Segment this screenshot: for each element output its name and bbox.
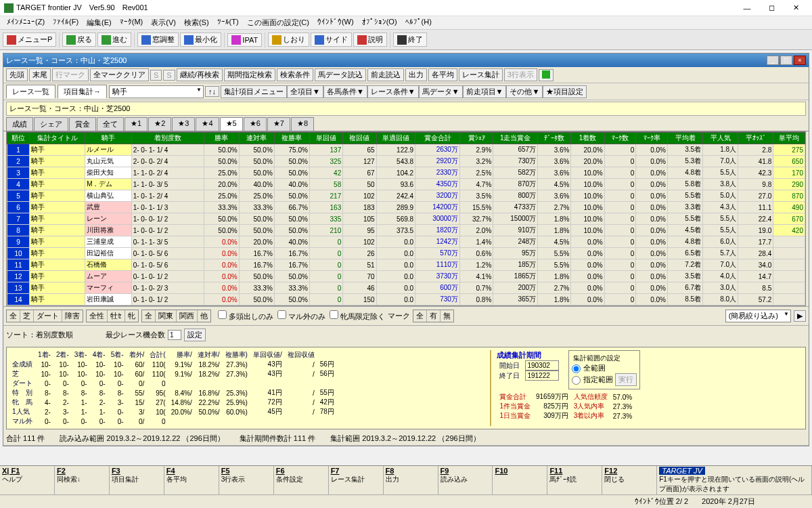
table-row[interactable]: 13騎手マーフィ0- 1- 0- 2/ 30.0%33.3%33.3%0460.… [7, 282, 805, 294]
col-header[interactable]: 1着数 [571, 133, 604, 144]
table-row[interactable]: 7騎手レーン1- 0- 0- 1/ 250.0%50.0%50.0%335105… [7, 213, 805, 225]
chk-マル外のみ[interactable]: マル外のみ [277, 312, 325, 320]
col-header[interactable]: 騎手 [85, 133, 132, 144]
table-row[interactable]: 4騎手M．デム1- 1- 0- 3/ 520.0%40.0%40.0%58509… [7, 179, 805, 190]
fkey-6[interactable]: F7レース集計 [329, 466, 384, 494]
scope-range[interactable]: 指定範囲 [572, 375, 612, 383]
btn-6[interactable]: 継続/再検索 [177, 68, 223, 81]
region-filter[interactable]: 全関東関西他 [141, 310, 211, 322]
btn-馬データ▼[interactable]: 馬データ▼ [419, 85, 463, 98]
btn-2[interactable]: 行マーク [52, 68, 89, 81]
btn-集計項目メニュー[interactable]: 集計項目メニュー [221, 85, 287, 98]
toolbar-メニューP[interactable]: メニューP [3, 33, 56, 47]
btn-10[interactable]: 前走読込 [367, 68, 404, 81]
col-header[interactable]: 単回値 [309, 133, 342, 144]
btn-レース条件▼[interactable]: レース条件▼ [367, 85, 419, 98]
btn-13[interactable]: レース集計 [459, 68, 503, 81]
btn-11[interactable]: 出力 [405, 68, 427, 81]
col-header[interactable]: 順位 [7, 133, 30, 144]
maximize-button[interactable]: ◻ [759, 1, 784, 16]
toolbar-IPAT[interactable]: IPAT [227, 33, 262, 47]
tab-★6[interactable]: ★6 [244, 117, 267, 131]
tab-★5[interactable]: ★5 [220, 117, 243, 131]
tab-成績[interactable]: 成績 [6, 117, 33, 131]
col-header[interactable]: 勝率 [204, 133, 239, 144]
close-button[interactable]: ✕ [784, 1, 808, 16]
btn-★項目設定[interactable]: ★項目設定 [543, 85, 587, 98]
col-header[interactable]: 単平均 [773, 133, 805, 144]
table-row[interactable]: 12騎手ムーア0- 1- 0- 1/ 20.0%50.0%50.0%0700.0… [7, 271, 805, 282]
btn-14[interactable]: 3行表示 [504, 68, 537, 81]
btn-前走項目▼[interactable]: 前走項目▼ [463, 85, 507, 98]
col-header[interactable]: 平均着 [667, 133, 702, 144]
set-button[interactable]: 設定 [184, 329, 206, 341]
tab-item-agg[interactable]: 項目集計→ [58, 85, 107, 98]
table-row[interactable]: 1騎手ルメール2- 0- 1- 1/ 450.0%50.0%75.0%13765… [7, 144, 805, 156]
tab-賞金[interactable]: 賞金 [69, 117, 96, 131]
fkey-8[interactable]: F9読み込み [438, 466, 493, 494]
fkey-0[interactable]: X| F1ヘルプ [0, 466, 55, 494]
toolbar-戻る[interactable]: 戻る [62, 33, 96, 47]
col-header[interactable]: 複勝率 [274, 133, 309, 144]
btn-7[interactable]: 期間指定検索 [224, 68, 275, 81]
btn-3[interactable]: 全マーククリア [90, 68, 149, 81]
menu-item[interactable]: 編集(E) [83, 16, 116, 29]
col-header[interactable]: 平人気 [703, 133, 738, 144]
table-row[interactable]: 10騎手田辺裕信0- 1- 0- 5/ 60.0%16.7%16.7%0260.… [7, 248, 805, 259]
btn-8[interactable]: 検索条件 [277, 68, 313, 81]
col-header[interactable]: 単適回値 [376, 133, 415, 144]
tab-race-list[interactable]: レース一覧 [6, 85, 55, 98]
minimize-button[interactable]: — [735, 1, 759, 16]
quick-filter[interactable]: (簡易絞り込み) [725, 310, 791, 322]
fkey-9[interactable]: F10 [493, 466, 547, 494]
fkey-2[interactable]: F3項目集計 [110, 466, 164, 494]
mark-filter[interactable]: 全有無 [413, 310, 454, 322]
table-row[interactable]: 14騎手岩田康誠0- 1- 0- 1/ 20.0%50.0%50.0%01500… [7, 294, 805, 305]
toolbar-しおり[interactable]: しおり [268, 33, 309, 47]
menu-item[interactable]: ﾏｰｸ(M) [116, 16, 148, 29]
fkey-11[interactable]: F12閉じる [602, 466, 657, 494]
fkey-5[interactable]: F6条件設定 [274, 466, 329, 494]
child-maximize[interactable]: □ [780, 56, 792, 65]
fkey-12[interactable]: TARGET JVF1キーを押すと現在開いている画面の説明(ヘルプ画面)が表示さ… [657, 466, 812, 494]
tab-全て[interactable]: 全て [97, 117, 124, 131]
menu-item[interactable]: ﾍﾙﾌﾟ(H) [401, 16, 436, 29]
tab-シェア[interactable]: シェア [34, 117, 68, 131]
btn-4[interactable]: S [150, 70, 162, 81]
table-row[interactable]: 2騎手丸山元気2- 0- 0- 2/ 450.0%50.0%50.0%32512… [7, 156, 805, 167]
toolbar-窓調整[interactable]: 窓調整 [137, 33, 179, 47]
toolbar-終了[interactable]: 終了 [393, 33, 427, 47]
col-header[interactable]: 1走当賞金 [493, 133, 538, 144]
min-input[interactable] [168, 330, 181, 340]
sort-toggle[interactable]: ↑↓ [205, 86, 219, 97]
tab-★4[interactable]: ★4 [196, 117, 219, 131]
col-header[interactable]: ﾏｰｸ率 [636, 133, 668, 144]
tab-★3[interactable]: ★3 [172, 117, 195, 131]
col-header[interactable]: 賞ｼｪｱ [459, 133, 493, 144]
menu-item[interactable]: この画面の設定(C) [243, 16, 313, 29]
table-row[interactable]: 8騎手川田将雅1- 0- 0- 1/ 250.0%50.0%50.0%21095… [7, 225, 805, 236]
menu-item[interactable]: ｵﾌﾟｼｮﾝ(O) [358, 16, 401, 29]
col-header[interactable]: 賞金合計 [415, 133, 460, 144]
table-row[interactable]: 3騎手柴田大知1- 1- 0- 2/ 425.0%50.0%50.0%42671… [7, 167, 805, 179]
quick-go[interactable]: ▶ [794, 310, 806, 322]
btn-その他▼[interactable]: その他▼ [506, 85, 543, 98]
menu-item[interactable]: ﾒｲﾝﾒﾆｭｰ(Z) [3, 16, 49, 29]
col-header[interactable]: 集計タイトル [29, 133, 85, 144]
chk-牝馬限定除く[interactable]: 牝馬限定除く [330, 312, 385, 320]
col-header[interactable]: 着別度数 [131, 133, 204, 144]
fkey-4[interactable]: F53行表示 [219, 466, 274, 494]
start-date[interactable] [525, 360, 559, 371]
btn-5[interactable]: S [163, 70, 175, 81]
tab-★8[interactable]: ★8 [291, 117, 314, 131]
fkey-10[interactable]: F11馬ﾃﾞｰﾀ読 [547, 466, 602, 494]
toolbar-最小化[interactable]: 最小化 [180, 33, 221, 47]
toolbar-進む[interactable]: 進む [97, 33, 131, 47]
table-row[interactable]: 11騎手石橋脩0- 1- 0- 5/ 60.0%16.7%16.7%0510.0… [7, 259, 805, 271]
tab-★1[interactable]: ★1 [125, 117, 148, 131]
menu-item[interactable]: 表示(V) [147, 16, 180, 29]
table-row[interactable]: 6騎手武豊1- 0- 1- 1/ 333.3%33.3%66.7%1631832… [7, 202, 805, 213]
green-icon-button[interactable] [539, 69, 554, 81]
btn-0[interactable]: 先頭 [6, 68, 28, 81]
tab-★2[interactable]: ★2 [148, 117, 171, 131]
